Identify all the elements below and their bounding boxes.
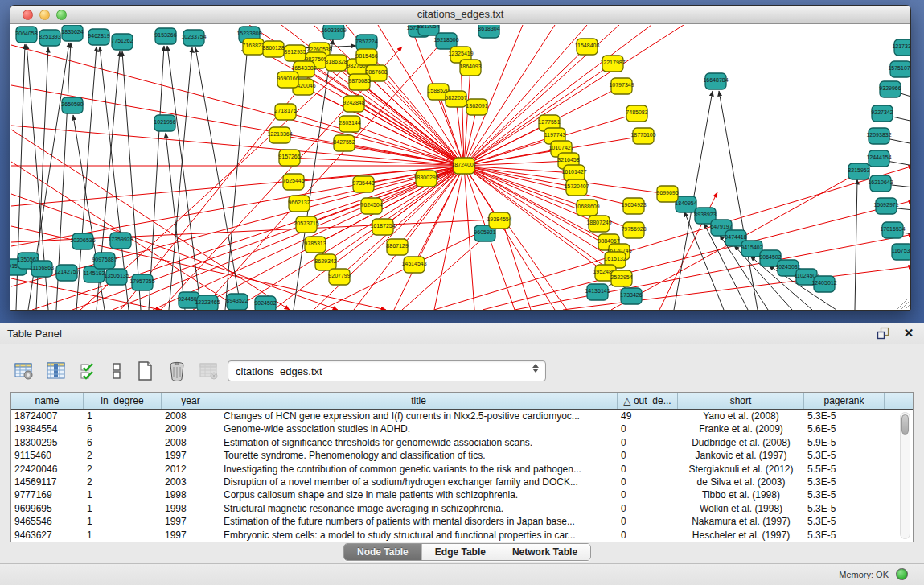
close-button[interactable] — [23, 10, 33, 20]
graph-node[interactable]: 1835624 — [61, 25, 83, 41]
graph-node[interactable]: 15692971 — [873, 198, 898, 214]
graph-node[interactable]: 1733426 — [620, 288, 642, 304]
graph-node[interactable]: 12173304 — [892, 39, 910, 56]
graph-node[interactable]: 9875685 — [348, 74, 370, 90]
tab-edge-table[interactable]: Edge Table — [422, 544, 499, 560]
graph-node[interactable]: 7163822 — [242, 39, 264, 55]
table-mode-icon[interactable] — [13, 360, 35, 382]
graph-node[interactable]: 2650590 — [61, 97, 83, 113]
graph-node[interactable]: 9207799 — [328, 269, 350, 285]
minimize-button[interactable] — [39, 10, 50, 20]
column-header-year[interactable]: year — [162, 393, 220, 409]
graph-node[interactable]: 15751074 — [888, 61, 910, 77]
graph-node[interactable]: 12405012 — [811, 276, 836, 292]
graph-node[interactable]: 7624504 — [360, 198, 382, 214]
graph-node[interactable]: 10688609 — [574, 200, 599, 216]
selection-mode-icon[interactable] — [77, 360, 100, 382]
graph-node[interactable]: 18775105 — [630, 128, 655, 144]
graph-node[interactable]: 11548408 — [575, 39, 600, 55]
graph-node[interactable]: 16648784 — [703, 73, 728, 89]
graph-node[interactable]: 9690166 — [277, 72, 298, 88]
graph-node[interactable]: 18807249 — [586, 216, 611, 232]
graph-node[interactable]: 8943522 — [226, 294, 248, 310]
graph-node[interactable]: 9024502 — [254, 296, 276, 310]
delete-column-icon[interactable] — [166, 360, 188, 382]
graph-node[interactable]: 9157266 — [278, 150, 300, 166]
graph-node[interactable]: 19654923 — [621, 198, 646, 214]
show-columns-icon[interactable] — [45, 360, 68, 382]
column-header-title[interactable]: title — [220, 393, 618, 409]
table-scrollbar[interactable] — [900, 412, 910, 539]
graph-node[interactable]: 79756928 — [621, 222, 646, 238]
graph-node[interactable]: 2718176 — [274, 104, 296, 120]
memory-status-icon[interactable] — [896, 568, 908, 580]
graph-node[interactable]: 16187254 — [370, 219, 395, 235]
graph-node[interactable]: 8912935 — [284, 45, 306, 61]
table-row[interactable]: 1830029562008Estimation of significance … — [11, 436, 913, 449]
graph-node[interactable]: 16210643 — [868, 175, 893, 192]
graph-node[interactable]: 7751262 — [111, 34, 133, 50]
graph-node[interactable]: 9242848 — [343, 96, 364, 112]
graph-node[interactable]: 8186328 — [325, 55, 347, 71]
table-row[interactable]: 946554611997Estimation of the future num… — [11, 515, 913, 528]
create-column-icon[interactable] — [133, 360, 156, 382]
network-canvas[interactable]: 2064058 8251393 1835624 9462819 7751262 … — [10, 25, 910, 310]
graph-node[interactable]: 7625446 — [282, 174, 304, 190]
table-header-row[interactable]: namein_degreeyeartitle△ out_de...shortpa… — [11, 393, 913, 410]
table-row[interactable]: 1872400712008Changes of HCN gene express… — [11, 410, 913, 422]
column-header-short[interactable]: short — [678, 393, 804, 409]
graph-node[interactable]: 8813054 — [417, 25, 439, 35]
graph-node[interactable]: 90975887 — [92, 253, 117, 269]
graph-node[interactable]: 8867129 — [386, 239, 408, 255]
column-header-pagerank[interactable]: pagerank — [804, 393, 885, 409]
graph-node[interactable]: 19384554 — [487, 212, 511, 229]
import-table-icon[interactable] — [198, 360, 220, 382]
tab-network-table[interactable]: Network Table — [499, 544, 590, 560]
graph-node[interactable]: 11156863 — [30, 261, 54, 277]
row-height-icon[interactable] — [109, 360, 124, 382]
graph-node[interactable]: 17016534 — [880, 222, 905, 238]
graph-node[interactable]: 8251393 — [39, 30, 60, 46]
graph-node[interactable]: 8629342 — [314, 254, 336, 270]
table-row[interactable]: 946362711997Embryonic stem cells: a mode… — [11, 529, 913, 542]
graph-node[interactable]: 8215953 — [848, 163, 869, 179]
graph-node[interactable]: 12444154 — [866, 150, 891, 167]
graph-node[interactable]: 17359928 — [108, 233, 133, 249]
graph-node[interactable]: 9462819 — [88, 29, 109, 45]
graph-node[interactable]: 12323465 — [195, 295, 220, 310]
graph-node[interactable]: 16101427 — [561, 165, 586, 181]
table-row[interactable]: 1456911722003Disruption of a novel membe… — [11, 476, 913, 488]
table-selector-dropdown[interactable]: citations_edges.txt — [228, 360, 546, 381]
graph-node[interactable]: 9699695 — [656, 186, 678, 202]
column-header-out_de[interactable]: △ out_de... — [618, 393, 678, 409]
graph-node[interactable]: 17957255 — [129, 274, 154, 290]
graph-node[interactable]: 8427552 — [333, 135, 355, 151]
graph-node[interactable]: 8618304 — [478, 25, 499, 38]
table-row[interactable]: 977716911998Corpus callosum shape and si… — [11, 488, 913, 501]
graph-node[interactable]: 9153266 — [154, 28, 176, 44]
graph-node[interactable]: 10233754 — [181, 30, 206, 46]
graph-node[interactable]: 18724007 — [451, 158, 476, 174]
column-header-name[interactable]: name — [11, 393, 84, 409]
graph-node[interactable]: 9329966 — [879, 81, 901, 97]
graph-node[interactable]: 9735448 — [352, 176, 374, 192]
column-header-in_degree[interactable]: in_degree — [84, 393, 162, 409]
table-scrollbar-thumb[interactable] — [901, 414, 909, 435]
graph-node[interactable]: 15720407 — [564, 179, 589, 196]
graph-node[interactable]: 14136141 — [585, 284, 610, 300]
graph-node[interactable]: 9815466 — [355, 49, 377, 65]
close-panel-icon[interactable]: ✕ — [901, 326, 916, 340]
graph-node[interactable]: 7857224 — [355, 35, 377, 51]
table-row[interactable]: 911546021997Tourette syndrome. Phenomeno… — [11, 449, 913, 462]
graph-node[interactable]: 12142757 — [54, 265, 79, 281]
graph-node[interactable]: 13505135 — [104, 269, 129, 285]
graph-node[interactable]: 12217987 — [600, 56, 625, 72]
tab-node-table[interactable]: Node Table — [344, 544, 422, 560]
graph-node[interactable]: 18300295 — [413, 171, 438, 187]
graph-node[interactable]: 9227342 — [871, 105, 893, 122]
network-window[interactable]: citations_edges.txt 2064058 8251393 1835… — [10, 5, 911, 311]
graph-node[interactable]: 8860128 — [262, 41, 284, 57]
graph-node[interactable]: 20573715 — [294, 216, 318, 233]
network-window-titlebar[interactable]: citations_edges.txt — [10, 6, 910, 24]
graph-node[interactable]: 2522954 — [610, 270, 632, 286]
